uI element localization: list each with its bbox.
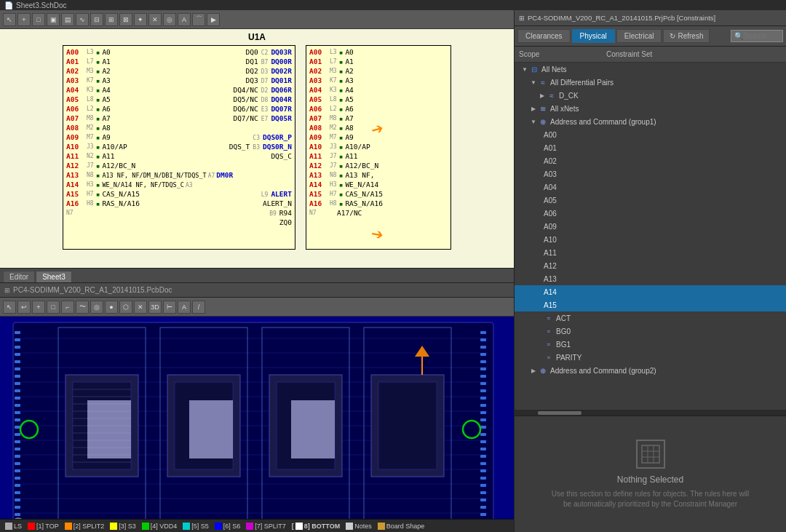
pin-row: A07 M8 ▪ A7 DQ7/NC E7 DQ05R	[66, 114, 292, 123]
pcb-meas-tool[interactable]: ⊢	[163, 301, 176, 314]
zoom-tool[interactable]: ◎	[163, 13, 176, 26]
svg-rect-92	[189, 400, 233, 458]
svg-rect-44	[15, 513, 20, 516]
layer-4[interactable]: [4] VDD4	[140, 523, 180, 530]
pcb-poly-tool[interactable]: ⬡	[119, 301, 132, 314]
net-tool[interactable]: ⊞	[105, 13, 118, 26]
rect-tool[interactable]: □	[32, 13, 45, 26]
bus-tool[interactable]: ⊟	[90, 13, 103, 26]
svg-rect-51	[480, 368, 486, 370]
svg-rect-28	[15, 397, 20, 400]
refresh-button[interactable]: ↻ Refresh	[663, 29, 710, 43]
tab-electrical[interactable]: Electrical	[616, 29, 662, 43]
group-icon: ⊕	[538, 365, 548, 376]
tree-item-a03[interactable]: A03	[515, 167, 786, 180]
tree-item-dck[interactable]: ▶ ≈ D_CK	[515, 89, 786, 102]
tree-item-parity[interactable]: ≈ PARITY	[515, 351, 786, 364]
pcb-trace-tool[interactable]: 〜	[76, 301, 89, 314]
tree-item-a11[interactable]: A11	[515, 246, 786, 259]
tree-item-a05[interactable]: A05	[515, 194, 786, 207]
tree-item-a00[interactable]: A00	[515, 128, 786, 141]
svg-rect-66	[480, 477, 486, 480]
pcb-line-tool[interactable]: /	[192, 301, 205, 314]
horizontal-scrollbar[interactable]	[515, 410, 786, 416]
tree-label-all-nets: All Nets	[541, 65, 566, 74]
run-tool[interactable]: ▶	[207, 13, 220, 26]
tree-area[interactable]: ▼ ⊟ All Nets ▼ ≈ All Differential Pairs …	[515, 63, 786, 410]
tree-item-a09[interactable]: A09	[515, 220, 786, 233]
pcb-3d-tool[interactable]: 3D	[148, 301, 162, 314]
tree-label-addr-cmd-g2: Address and Command (group2)	[550, 367, 656, 375]
pin-row-right: A00 L3 ▪ A0	[309, 47, 448, 57]
arc-tool[interactable]: ⌒	[192, 13, 205, 26]
layer-2[interactable]: [2] SPLIT2	[63, 523, 107, 530]
tree-label-bg1: BG1	[556, 341, 571, 349]
add-tool[interactable]: +	[17, 13, 31, 26]
tree-item-a04[interactable]: A04	[515, 180, 786, 194]
search-icon: 🔍	[734, 32, 743, 40]
tree-item-bg0[interactable]: ≈ BG0	[515, 325, 786, 338]
search-input[interactable]	[743, 32, 779, 40]
pcb-undo-tool[interactable]: ↩	[17, 301, 31, 314]
tree-label-a03: A03	[544, 170, 557, 178]
layer-notes[interactable]: Notes	[344, 523, 374, 530]
layer-1[interactable]: [1] TOP	[25, 523, 61, 530]
tree-item-a02[interactable]: A02	[515, 154, 786, 167]
tree-item-act[interactable]: ≈ ACT	[515, 311, 786, 325]
tree-item-a14[interactable]: A14	[515, 285, 786, 298]
tab-physical[interactable]: Physical	[572, 29, 615, 43]
wire-tool[interactable]: ∿	[76, 13, 89, 26]
component-title: U1A	[0, 29, 514, 44]
tree-item-a12[interactable]: A12	[515, 259, 786, 272]
pcb-rect-tool[interactable]: □	[47, 301, 60, 314]
pin-row-right: A10 J3 ▪ A10/AP	[309, 142, 448, 151]
tab-clearances[interactable]: Clearances	[517, 29, 571, 43]
pcb-canvas[interactable]	[0, 317, 514, 519]
tree-item-a13[interactable]: A13	[515, 272, 786, 285]
tab-editor[interactable]: Editor	[3, 271, 35, 282]
pcb-route-tool[interactable]: ⌐	[61, 301, 74, 314]
tree-item-a10[interactable]: A10	[515, 233, 786, 246]
cursor-tool[interactable]: ↖	[3, 13, 16, 26]
pcb-clear-tool[interactable]: ✕	[134, 301, 147, 314]
pcb-add-tool[interactable]: +	[32, 301, 45, 314]
tree-item-a06[interactable]: A06	[515, 207, 786, 220]
tree-item-addr-cmd-g2[interactable]: ▶ ⊕ Address and Command (group2)	[515, 364, 786, 377]
pin-row: A14 H3 ▪ WE_N/A14 NF, NF/TDQS_C A3	[66, 180, 292, 189]
layer-label-8: 8] BOTTOM	[304, 523, 340, 530]
tree-item-all-xnets[interactable]: ▶ ≋ All xNets	[515, 102, 786, 115]
rect3-tool[interactable]: ▤	[61, 13, 74, 26]
tree-label-a12: A12	[544, 262, 557, 270]
tree-item-addr-cmd-g1[interactable]: ▼ ⊕ Address and Command (group1)	[515, 115, 786, 128]
nothing-selected-title: Nothing Selected	[617, 475, 683, 485]
top-bar-icon: 📄	[4, 1, 13, 9]
pcb-cursor-tool[interactable]: ↖	[3, 301, 16, 314]
pin-row: A11 N2 ▪ A11 DQS_C	[66, 151, 292, 161]
layer-board-shape[interactable]: Board Shape	[376, 523, 427, 530]
tree-label-a14: A14	[544, 288, 557, 296]
tab-sheet3[interactable]: Sheet3	[36, 271, 72, 282]
pcb-via-tool[interactable]: ◎	[90, 301, 103, 314]
tree-item-all-nets[interactable]: ▼ ⊟ All Nets	[515, 63, 786, 76]
tree-item-a15[interactable]: A15	[515, 298, 786, 311]
svg-rect-21	[15, 346, 20, 349]
layer-ls[interactable]: LS	[3, 523, 24, 530]
move-tool[interactable]: ✦	[134, 13, 147, 26]
text-tool[interactable]: A	[178, 13, 191, 26]
tree-item-bg1[interactable]: ≈ BG1	[515, 338, 786, 351]
comp-tool[interactable]: ⊠	[119, 13, 132, 26]
diff-small-icon: ≈	[544, 352, 554, 362]
rect2-tool[interactable]: ▣	[47, 13, 60, 26]
tree-item-all-diff[interactable]: ▼ ≈ All Differential Pairs	[515, 76, 786, 89]
pcb-pad-tool[interactable]: ●	[105, 301, 118, 314]
pcb-text-tool[interactable]: A	[178, 301, 191, 314]
layer-5[interactable]: [5] S5	[180, 523, 211, 530]
scrollbar-thumb[interactable]	[538, 411, 581, 415]
delete-tool[interactable]: ✕	[148, 13, 162, 26]
layer-6[interactable]: [6] S6	[213, 523, 243, 530]
layer-8[interactable]: [ 8] BOTTOM	[290, 523, 342, 530]
pin-row: A15 H7 ▪ CAS_N/A15 L9 ALERT	[66, 189, 292, 199]
tree-item-a01[interactable]: A01	[515, 141, 786, 154]
layer-3[interactable]: [3] S3	[108, 523, 138, 530]
layer-7[interactable]: [7] SPLIT7	[244, 523, 288, 530]
